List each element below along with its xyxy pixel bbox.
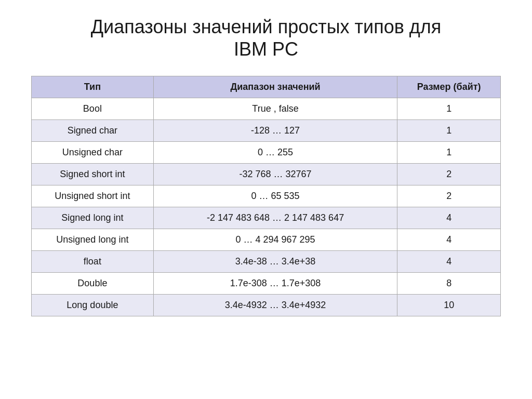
cell-type: Double [32, 273, 154, 295]
cell-range: 3.4e-4932 … 3.4e+4932 [153, 295, 397, 316]
table-row: Signed char-128 … 1271 [32, 120, 501, 142]
cell-range: 3.4e-38 … 3.4e+38 [153, 251, 397, 273]
cell-range: -2 147 483 648 … 2 147 483 647 [153, 207, 397, 229]
cell-size: 1 [397, 142, 501, 164]
cell-type: Bool [32, 98, 154, 120]
table-row: Unsigned short int0 … 65 5352 [32, 185, 501, 207]
cell-range: True , false [153, 98, 397, 120]
cell-range: -32 768 … 32767 [153, 164, 397, 185]
table-row: Signed long int-2 147 483 648 … 2 147 48… [32, 207, 501, 229]
cell-type: Signed short int [32, 164, 154, 185]
cell-size: 8 [397, 273, 501, 295]
table-header-row: Тип Диапазон значений Размер (байт) [32, 76, 501, 98]
header-range: Диапазон значений [153, 76, 397, 98]
cell-size: 2 [397, 185, 501, 207]
cell-size: 4 [397, 251, 501, 273]
page-title: Диапазоны значений простых типов для IBM… [91, 16, 442, 60]
table-row: Unsigned long int0 … 4 294 967 2954 [32, 229, 501, 251]
table-row: Long double3.4e-4932 … 3.4e+493210 [32, 295, 501, 316]
cell-type: Unsigned char [32, 142, 154, 164]
cell-type: Unsigned short int [32, 185, 154, 207]
header-type: Тип [32, 76, 154, 98]
cell-type: Long double [32, 295, 154, 316]
cell-type: float [32, 251, 154, 273]
table-row: float3.4e-38 … 3.4e+384 [32, 251, 501, 273]
cell-type: Signed char [32, 120, 154, 142]
cell-range: 0 … 65 535 [153, 185, 397, 207]
cell-size: 10 [397, 295, 501, 316]
cell-range: 1.7e-308 … 1.7e+308 [153, 273, 397, 295]
cell-type: Unsigned long int [32, 229, 154, 251]
header-size: Размер (байт) [397, 76, 501, 98]
cell-size: 4 [397, 229, 501, 251]
cell-size: 1 [397, 98, 501, 120]
cell-range: 0 … 4 294 967 295 [153, 229, 397, 251]
cell-range: -128 … 127 [153, 120, 397, 142]
table-row: Unsigned char0 … 2551 [32, 142, 501, 164]
cell-size: 2 [397, 164, 501, 185]
data-types-table: Тип Диапазон значений Размер (байт) Bool… [31, 76, 501, 316]
cell-type: Signed long int [32, 207, 154, 229]
table-row: Double1.7e-308 … 1.7e+3088 [32, 273, 501, 295]
cell-range: 0 … 255 [153, 142, 397, 164]
cell-size: 1 [397, 120, 501, 142]
table-row: BoolTrue , false1 [32, 98, 501, 120]
table-row: Signed short int-32 768 … 327672 [32, 164, 501, 185]
cell-size: 4 [397, 207, 501, 229]
